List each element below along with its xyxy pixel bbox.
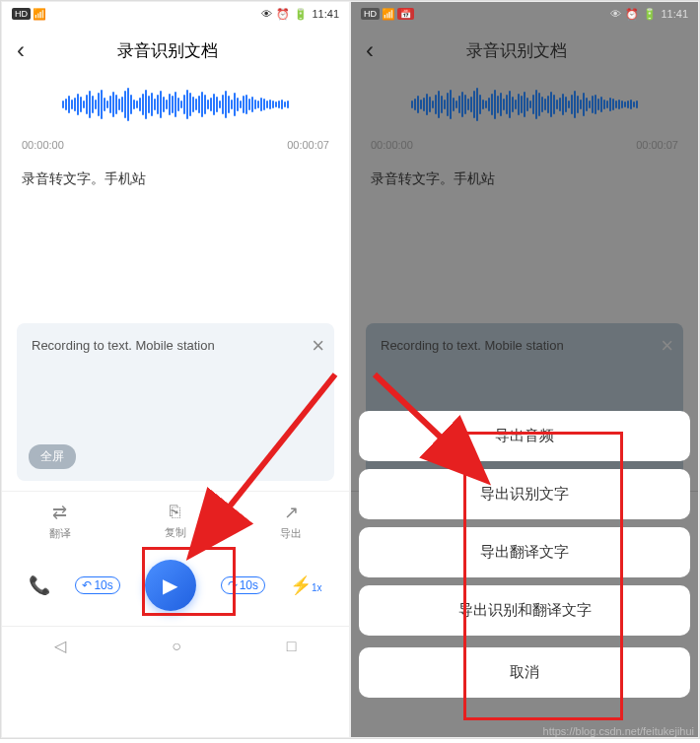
speed-button[interactable]: ⚡1x <box>290 574 322 596</box>
battery-icon: 🔋 <box>294 8 308 21</box>
header: ‹ 录音识别文档 <box>2 26 349 75</box>
nav-recent-icon[interactable]: □ <box>287 638 297 655</box>
transcription-text: 录音转文字。手机站 <box>351 156 698 313</box>
alarm-icon: ⏰ <box>276 8 290 21</box>
time-start: 00:00:00 <box>371 139 413 151</box>
page-title: 录音识别文档 <box>374 39 660 62</box>
audio-waveform <box>351 75 698 134</box>
back-button[interactable]: ‹ <box>17 36 25 64</box>
annotation-box-copy <box>142 547 236 616</box>
tab-translate[interactable]: ⇄ 翻译 <box>2 492 117 550</box>
close-icon: × <box>661 333 673 359</box>
eye-icon: 👁 <box>261 8 272 20</box>
time-start: 00:00:00 <box>22 139 64 151</box>
alarm-icon: ⏰ <box>625 8 639 21</box>
status-time: 11:41 <box>661 8 688 20</box>
back-button[interactable]: ‹ <box>366 36 374 64</box>
time-end: 00:00:07 <box>287 139 329 151</box>
timestamp-row: 00:00:00 00:00:07 <box>2 134 349 156</box>
status-bar: HD 📶 📅 👁 ⏰ 🔋 11:41 <box>351 2 698 26</box>
phone-icon[interactable]: 📞 <box>29 574 50 596</box>
nav-home-icon[interactable]: ○ <box>172 638 181 655</box>
audio-waveform[interactable] <box>2 75 349 134</box>
transcription-text[interactable]: 录音转文字。手机站 <box>2 156 349 313</box>
signal-icon: 📶 <box>382 8 395 21</box>
battery-icon: 🔋 <box>643 8 657 21</box>
hd-badge: HD <box>12 8 31 20</box>
phone-screen-left: HD 📶 👁 ⏰ 🔋 11:41 ‹ 录音识别文档 00:00:00 00:00… <box>1 1 350 738</box>
close-icon[interactable]: × <box>312 333 324 359</box>
fullscreen-button[interactable]: 全屏 <box>29 444 76 469</box>
tab-copy[interactable]: ⎘ 复制 <box>117 492 233 550</box>
hd-badge: HD <box>361 8 380 20</box>
system-nav: ◁ ○ □ <box>2 626 349 665</box>
tab-export[interactable]: ↗ 导出 <box>234 492 349 550</box>
signal-icon: 📶 <box>33 8 46 21</box>
status-bar: HD 📶 👁 ⏰ 🔋 11:41 <box>2 2 349 26</box>
translation-card: × Recording to text. Mobile station 全屏 <box>17 323 334 481</box>
bottom-tabs: ⇄ 翻译 ⎘ 复制 ↗ 导出 <box>2 491 349 550</box>
copy-icon: ⎘ <box>170 502 180 522</box>
watermark: https://blog.csdn.net/feitukejihui <box>543 725 694 737</box>
timestamp-row: 00:00:00 00:00:07 <box>351 134 698 156</box>
rewind-button[interactable]: ↶10s <box>75 576 119 594</box>
time-end: 00:00:07 <box>636 139 678 151</box>
status-time: 11:41 <box>312 8 339 20</box>
translation-text: Recording to text. Mobile station <box>32 338 319 353</box>
eye-icon: 👁 <box>610 8 621 20</box>
nav-back-icon[interactable]: ◁ <box>54 637 66 655</box>
header: ‹ 录音识别文档 <box>351 26 698 75</box>
translation-text: Recording to text. Mobile station <box>381 338 668 353</box>
translate-icon: ⇄ <box>52 502 67 523</box>
annotation-box-sheet <box>463 432 623 720</box>
export-icon: ↗ <box>284 502 299 523</box>
page-title: 录音识别文档 <box>25 39 311 62</box>
calendar-badge: 📅 <box>397 8 414 20</box>
